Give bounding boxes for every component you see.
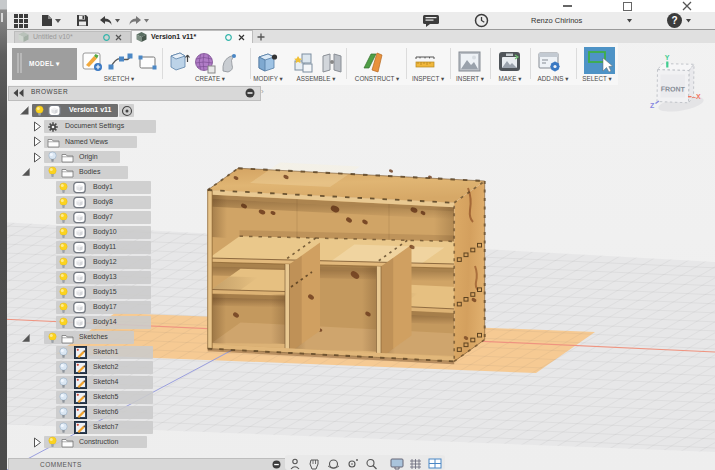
svg-text:Y: Y <box>665 54 670 61</box>
svg-text:FRONT: FRONT <box>661 85 686 92</box>
svg-text:–X: –X <box>692 93 701 100</box>
svg-text:Z: Z <box>650 102 655 109</box>
svg-text:?: ? <box>671 15 677 26</box>
